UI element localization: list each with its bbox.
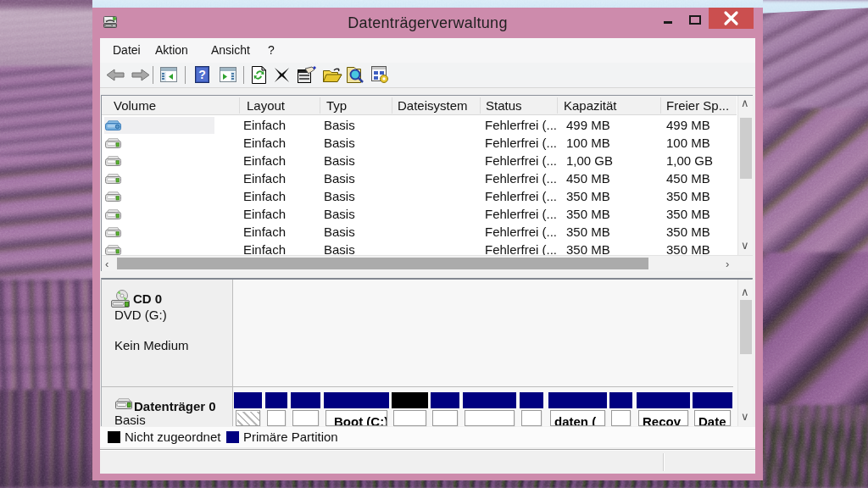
svg-text:?: ? [198,68,206,81]
